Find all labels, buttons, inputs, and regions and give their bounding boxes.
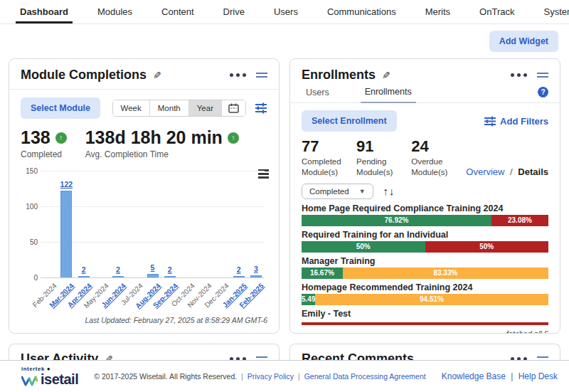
stat-label: PendingModule(s) xyxy=(356,157,411,178)
period-toggle: WeekMonthYear xyxy=(112,100,246,117)
add-filters-button[interactable]: Add Filters xyxy=(484,116,548,127)
drag-handle-icon[interactable] xyxy=(256,70,267,80)
x-axis-labels: Feb-2024Mar-2024Apr-2024May-2024Jun-2024… xyxy=(41,279,265,316)
enrollments-bars: Home Page Required Compliance Training 2… xyxy=(290,201,560,325)
completed-segment: 16.67% xyxy=(302,267,343,279)
pending-segment: 94.51% xyxy=(315,294,548,305)
filter-sliders-icon xyxy=(484,116,496,127)
calendar-icon[interactable] xyxy=(222,100,245,116)
gridline xyxy=(41,171,265,171)
enrollments-title: Enrollments xyxy=(302,68,376,83)
enrollment-stacked-bar: 5.49%94.51% xyxy=(302,294,548,305)
avg-completion-time-label: Avg. Completion Time xyxy=(85,149,239,159)
privacy-policy-link[interactable]: Privacy Policy xyxy=(248,372,294,381)
enrollment-stacked-bar: 16.67%83.33% xyxy=(302,267,548,279)
nav-item-modules[interactable]: Modules xyxy=(97,1,132,23)
select-enrollment-button[interactable]: Select Enrollment xyxy=(302,110,397,132)
nav-item-dashboard[interactable]: Dashboard xyxy=(20,1,68,23)
completed-count: 138 xyxy=(21,127,50,148)
enrollment-row: Manager Training16.67%83.33% xyxy=(302,256,548,279)
copyright-text: © 2017-2025 Wisetail. All Rights Reserve… xyxy=(78,372,442,381)
period-year-button[interactable]: Year xyxy=(189,100,222,116)
chart-bar[interactable] xyxy=(164,276,176,277)
chart-bar[interactable] xyxy=(112,276,124,277)
gdpa-link[interactable]: General Data Processing Agreement xyxy=(304,372,426,381)
user-activity-widget: User Activity✎ xyxy=(9,344,280,360)
chart-bar[interactable] xyxy=(250,275,262,277)
chart-bar[interactable] xyxy=(60,191,72,277)
nav-item-communications[interactable]: Communications xyxy=(327,1,396,23)
bar-value-link[interactable]: 2 xyxy=(116,265,120,274)
bar-value-link[interactable]: 3 xyxy=(254,265,258,273)
overview-link[interactable]: Overview xyxy=(466,166,504,177)
widget-menu-icon[interactable] xyxy=(511,73,527,77)
help-icon[interactable]: ? xyxy=(538,87,548,97)
widget-header-actions xyxy=(230,354,267,360)
nav-item-merits[interactable]: Merits xyxy=(425,1,450,23)
status-sort-dropdown[interactable]: Completed ▼ xyxy=(302,184,373,199)
period-week-button[interactable]: Week xyxy=(113,100,150,116)
nav-item-content[interactable]: Content xyxy=(161,1,194,23)
drag-handle-icon[interactable] xyxy=(256,354,267,360)
module-completions-title: Module Completions xyxy=(21,68,147,83)
edit-pencil-icon[interactable]: ✎ xyxy=(382,70,390,81)
logo-w-glyph xyxy=(21,376,40,386)
tab-users[interactable]: Users xyxy=(302,85,334,102)
overdue-segment: 50% xyxy=(425,241,549,253)
widget-title: User Activity xyxy=(21,351,98,360)
period-month-button[interactable]: Month xyxy=(150,100,189,116)
enrollment-stacked-bar: 50%50% xyxy=(302,241,548,253)
drag-handle-icon[interactable] xyxy=(537,354,548,360)
add-widget-button[interactable]: Add Widget xyxy=(489,31,558,52)
nav-item-drive[interactable]: Drive xyxy=(223,1,245,23)
sort-direction-arrows[interactable]: ↑↓ xyxy=(383,185,395,197)
widget-title: Recent Comments xyxy=(302,351,414,360)
module-completions-controls: Select Module WeekMonthYear xyxy=(9,90,279,123)
enrollments-header: Enrollments ✎ xyxy=(290,59,560,84)
bar-value-link[interactable]: 2 xyxy=(168,265,172,274)
nav-item-system[interactable]: System xyxy=(543,1,569,23)
stat-label: CompletedModule(s) xyxy=(302,157,356,178)
chevron-down-icon: ▼ xyxy=(359,188,366,195)
gridline xyxy=(41,242,265,243)
overdue-modules-stat: 24OverdueModule(s) xyxy=(411,137,466,178)
chart-bar[interactable] xyxy=(147,274,159,277)
enrollments-stats: 77CompletedModule(s)91PendingModule(s)24… xyxy=(290,134,560,178)
recent-comments-widget: Recent Comments xyxy=(289,344,560,360)
bar-value-link[interactable]: 5 xyxy=(151,263,155,272)
dashboard-toolbar: Add Widget xyxy=(0,24,569,58)
chart-plot-area: 122225223 xyxy=(41,171,265,277)
chart-bar[interactable] xyxy=(78,276,90,277)
select-module-button[interactable]: Select Module xyxy=(21,97,100,119)
nav-item-users[interactable]: Users xyxy=(274,1,298,23)
widgets-row-bottom: User Activity✎Recent Comments xyxy=(0,334,569,360)
last-updated-text: Last Updated: February 27, 2025 at 8:58:… xyxy=(9,316,279,324)
enrollment-stacked-bar xyxy=(302,322,548,325)
widget-menu-icon[interactable] xyxy=(230,73,246,77)
edit-pencil-icon[interactable]: ✎ xyxy=(153,70,161,81)
filter-sliders-icon[interactable] xyxy=(255,102,267,114)
enrollment-row: Required Training for an Individual50%50… xyxy=(302,230,548,253)
bar-value-link[interactable]: 122 xyxy=(60,180,73,189)
enrollment-row: Home Page Required Compliance Training 2… xyxy=(302,203,548,226)
knowledge-base-link[interactable]: Knowledge Base xyxy=(442,371,506,381)
chart-bar[interactable] xyxy=(233,276,245,277)
module-completions-widget: Module Completions ✎ Select Module WeekM… xyxy=(9,58,280,334)
help-desk-link[interactable]: Help Desk xyxy=(519,371,558,381)
gridline xyxy=(41,206,265,207)
drag-handle-icon[interactable] xyxy=(537,70,548,80)
module-completions-chart: 050100150122225223Feb-2024Mar-2024Apr-20… xyxy=(19,168,269,316)
tab-enrollments[interactable]: Enrollments xyxy=(361,84,416,103)
y-axis-tick: 50 xyxy=(30,238,38,246)
completed-segment: 76.92% xyxy=(302,215,491,226)
enrollments-controls: Select Enrollment Add Filters xyxy=(290,103,560,134)
nav-item-ontrack[interactable]: OnTrack xyxy=(479,1,514,23)
enrollment-row: Emily - Test xyxy=(302,309,548,325)
details-link[interactable]: Details xyxy=(518,166,548,177)
bar-value-link[interactable]: 2 xyxy=(237,265,241,274)
wisetail-logo: intertek ● isetail xyxy=(21,366,78,386)
widget-header-actions xyxy=(511,354,548,360)
edit-pencil-icon[interactable]: ✎ xyxy=(105,354,113,361)
bar-value-link[interactable]: 2 xyxy=(82,265,86,274)
enrollment-name: Homepage Recommended Training 2024 xyxy=(302,282,548,292)
